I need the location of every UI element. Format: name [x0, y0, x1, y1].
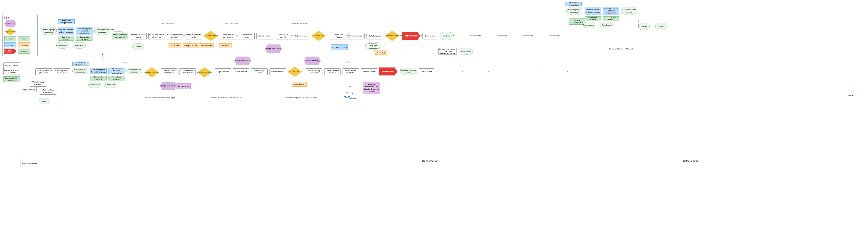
node-weight-calc-top: Weight calculations [265, 44, 282, 53]
node-eval-facial: Evaluate options for facial expressions [76, 27, 92, 35]
node-alt-interp-far: Alternative interpretations [565, 2, 582, 6]
node-eval-body-lang-bottom: Evaluate options for body language [90, 68, 106, 74]
node-prepare-breathing: Prepare breathing [21, 159, 38, 167]
label-sense: Scene wire [638, 20, 640, 27]
label-while-listening: While listening [113, 31, 123, 32]
main-canvas: KEY Calculation Major Decision Afferent … [0, 0, 868, 246]
node-face-expr-vocab-bottom: Face expression vocabulary [126, 68, 142, 74]
key-shape-major-decision: Major Decision [4, 28, 16, 35]
node-watch-facial-expr: Watch for facial expressions [40, 88, 56, 95]
node-update-conv-score: Update conversation score and relationsh… [438, 48, 457, 55]
key-row-calculation: Calculation [4, 20, 36, 27]
node-create-sentence-structure: Create sentence structure [324, 68, 341, 75]
node-grammar-rules-bottom: Grammar rules [292, 82, 307, 86]
node-body-lang-vocab-far: Body language vocabulary [566, 7, 582, 15]
node-comprehend: Comprehend [423, 33, 437, 39]
node-eval-facial-far: Evaluate options for facial expressions [603, 7, 619, 15]
node-assign-syllables: Assign syllables to words [185, 33, 202, 39]
node-add-accessory-vocab: Add accessory vocabulary [306, 68, 322, 75]
node-body-lang-vocab-bottom: Body language vocabulary [72, 68, 88, 74]
node-kinesthesia-bottom: Kinesthesia [104, 82, 117, 88]
node-anticipate-reception-right: Anticipate Reception [197, 67, 212, 77]
node-coord-muscles-2: Coordinate muscles [76, 36, 92, 41]
node-coord-100-muscles: Coordinate 100+ muscles [3, 76, 20, 82]
node-word-probability-bottom: Word probability [304, 57, 321, 65]
node-sound-far: Sound [638, 23, 650, 30]
node-display-attention: Display attention and interest [112, 33, 128, 39]
node-coord-muscles-far-2: Coordinate muscles [603, 16, 619, 21]
node-display-contemplation: Display contemplation [569, 18, 585, 25]
start-arrow-bottom: ↑ START [349, 91, 356, 99]
node-translate-bottom: TRANSLATE [379, 68, 397, 75]
node-consider-toolbox: Consider Toolbox [361, 68, 377, 75]
node-adjust-delivery: Adjust delivery [22, 86, 36, 92]
node-select-anchor-vocab: Select anchor vocabulary [343, 68, 359, 75]
node-annotation-check: Annotation Check [385, 31, 400, 41]
start-arrow-very-far-right: ↑ START [848, 89, 854, 97]
node-grammar-check-top: Grammar Check [203, 31, 218, 41]
node-social-context-bottom: Social context [233, 68, 249, 75]
key-row-translate: Language Translation Mentation [4, 48, 36, 54]
node-facial-expression: Facial expression [348, 33, 365, 39]
node-understand: Understand [459, 48, 473, 55]
node-proprioception-top: Proprioception [56, 42, 68, 48]
node-weight-calc-bottom-1: Weight calculations [160, 82, 177, 90]
node-proprioception-bottom: Proprioception [88, 82, 101, 88]
start-arrow-far-right: ↑ START [344, 90, 350, 98]
node-kinesthesia-top: Kinesthesia [73, 42, 86, 48]
node-collect-syllables: Collect syllables from words [54, 68, 70, 75]
label-doesnt-make-sense-1: Doesn't make sense [160, 23, 174, 24]
node-grammar-check-bottom: Grammar Check [287, 67, 302, 77]
node-cultural-context-bottom: Cultural context [270, 68, 286, 75]
node-convert-phonemes-sounds: Convert phonemes to sounds [3, 68, 20, 75]
node-social-context-top: Social context [256, 33, 273, 39]
node-identify-speech: Identify speech in sound [130, 33, 147, 39]
node-convert-phonemes: Convert phonemes to syllables [167, 33, 183, 39]
key-shape-calculation: Calculation [4, 20, 16, 27]
node-analyze: Analyze [440, 32, 453, 40]
node-annotate-connotations: Annotate with connotations [220, 33, 236, 39]
key-row-efferent: Efferent Knowledge [4, 42, 36, 47]
node-eval-body-far: Evaluate options for body language [585, 7, 601, 15]
label-committed: Committed [122, 62, 130, 63]
node-formulate-response: Formulate response idea [400, 68, 417, 75]
key-shape-mentation: Mentation [18, 48, 30, 54]
node-coord-muscles-bottom-2: Coordinate muscles [108, 76, 125, 80]
node-grammar-rules-1: Grammar rules [199, 43, 214, 48]
node-sound-top: Sound [132, 43, 144, 50]
key-title: KEY [4, 16, 36, 19]
node-weight-calc-bottom-2: Weight calculations [234, 57, 251, 65]
node-decide-to-talk: Decide to Talk [419, 68, 434, 75]
label-doesnt-make-sense-3: Doesn't make sense [292, 23, 307, 24]
key-row-major-decision: Major Decision [4, 28, 36, 35]
node-body-language-top: Body language [367, 33, 383, 39]
node-alt-interp-top: Alternative Interpretations [58, 20, 75, 24]
node-word-probability-1: Word probability [183, 43, 197, 48]
node-coord-muscles-bottom-1: Coordinate muscles [90, 76, 106, 80]
node-face-expression-vocab-top: Face expression vocabulary [94, 27, 110, 35]
node-vision-bottom-left: Vision [39, 98, 50, 104]
label-undesired-1: Undesired interpretation or emotional im… [144, 97, 175, 99]
node-context-check: Context Check [311, 31, 326, 41]
label-conversation: Conversation [414, 160, 446, 162]
node-kinesthesia-far: Kinesthesia [600, 22, 613, 28]
node-watch-body-lang: Watch for body language [30, 80, 46, 86]
node-sarcasm: Sarcasm et al [176, 83, 191, 89]
node-translate-top: Conversation [402, 32, 420, 40]
node-proprioception-far: Proprioception [583, 22, 595, 28]
node-vision-far: Vision [655, 23, 667, 30]
key-shape-afferent: Afferent [4, 36, 16, 41]
node-eval-facial-bottom: Evaluate options for facial expressions [108, 68, 125, 74]
node-convert-syllables-phonemes: Convert syllables to phonemes [35, 68, 52, 75]
label-undesired-2: Undesired interpretation or emotional im… [210, 97, 242, 99]
node-body-face-vocab: Body face language vocabulary [365, 42, 381, 49]
node-eval-body-language: Evaluate options for body language [58, 27, 74, 35]
node-alt-causes: Alternative causes [331, 44, 347, 50]
key-shape-translate: Language Translation [4, 48, 16, 54]
node-face-expr-vocab-far: Face expression vocabulary [621, 7, 637, 15]
node-body-language-vocab-top: Body language vocabulary [41, 27, 57, 35]
node-relationship-context-bottom: Relationship context [251, 68, 268, 75]
key-row-afferent: Afferent Action [4, 36, 36, 41]
key-shape-knowledge: Knowledge [18, 42, 30, 47]
node-conv-context-bottom: Major Decision [215, 68, 231, 75]
